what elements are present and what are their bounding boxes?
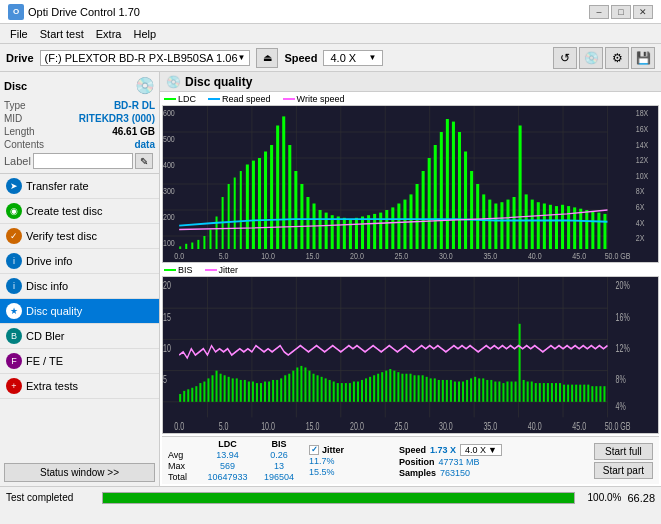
close-button[interactable]: ✕ bbox=[633, 5, 653, 19]
nav-transfer-rate[interactable]: ➤ Transfer rate bbox=[0, 174, 159, 199]
svg-rect-94 bbox=[494, 204, 497, 250]
svg-rect-211 bbox=[434, 378, 436, 401]
svg-rect-79 bbox=[403, 200, 406, 249]
nav-create-test-disc[interactable]: ◉ Create test disc bbox=[0, 199, 159, 224]
svg-text:500: 500 bbox=[163, 135, 175, 145]
svg-rect-110 bbox=[591, 211, 594, 249]
disc-length-row: Length 46.61 GB bbox=[4, 125, 155, 138]
nav-cd-bler-label: CD Bler bbox=[26, 330, 65, 342]
nav-drive-info[interactable]: i Drive info bbox=[0, 249, 159, 274]
svg-rect-181 bbox=[313, 374, 315, 402]
disc-label-input[interactable] bbox=[33, 153, 133, 169]
position-label: Position bbox=[399, 457, 435, 467]
nav-cd-bler[interactable]: B CD Bler bbox=[0, 324, 159, 349]
nav-disc-info[interactable]: i Disc info bbox=[0, 274, 159, 299]
eject-button[interactable]: ⏏ bbox=[256, 48, 278, 68]
svg-rect-58 bbox=[276, 126, 279, 250]
top-legend: LDC Read speed Write speed bbox=[162, 94, 659, 105]
svg-rect-222 bbox=[478, 378, 480, 401]
svg-text:50.0 GB: 50.0 GB bbox=[605, 252, 631, 262]
svg-text:5.0: 5.0 bbox=[219, 252, 229, 262]
drive-dropdown[interactable]: (F:) PLEXTOR BD-R PX-LB950SA 1.06 ▼ bbox=[40, 50, 251, 66]
minimize-button[interactable]: – bbox=[589, 5, 609, 19]
drive-dropdown-arrow: ▼ bbox=[238, 53, 246, 62]
svg-rect-216 bbox=[454, 382, 456, 402]
svg-rect-46 bbox=[203, 236, 205, 249]
legend-readspeed: Read speed bbox=[222, 94, 271, 104]
label-edit-button[interactable]: ✎ bbox=[135, 153, 153, 169]
svg-rect-89 bbox=[464, 152, 467, 250]
disc-icon-btn[interactable]: 💿 bbox=[579, 47, 603, 69]
nav-drive-info-label: Drive info bbox=[26, 255, 72, 267]
svg-rect-245 bbox=[571, 385, 573, 402]
speed-dropdown[interactable]: 4.0 X ▼ bbox=[323, 50, 383, 66]
svg-rect-215 bbox=[450, 380, 452, 402]
refresh-icon-btn[interactable]: ↺ bbox=[553, 47, 577, 69]
nav-disc-quality[interactable]: ★ Disc quality bbox=[0, 299, 159, 324]
nav-extra-tests[interactable]: + Extra tests bbox=[0, 374, 159, 399]
nav-fe-te[interactable]: F FE / TE bbox=[0, 349, 159, 374]
svg-rect-225 bbox=[490, 380, 492, 402]
bot-chart-svg: 20 15 10 5 0.0 5.0 10.0 15.0 20.0 25.0 3… bbox=[163, 277, 658, 433]
svg-rect-60 bbox=[288, 145, 291, 249]
legend-ldc: LDC bbox=[178, 94, 196, 104]
disc-mid-label: MID bbox=[4, 113, 22, 124]
nav-extra-tests-label: Extra tests bbox=[26, 380, 78, 392]
menu-help[interactable]: Help bbox=[127, 27, 162, 41]
status-window-button[interactable]: Status window >> bbox=[4, 463, 155, 482]
config-icon-btn[interactable]: ⚙ bbox=[605, 47, 629, 69]
statusbar-right-value: 66.28 bbox=[627, 492, 655, 504]
svg-rect-71 bbox=[355, 218, 358, 249]
svg-rect-86 bbox=[446, 119, 449, 249]
svg-rect-219 bbox=[466, 380, 468, 402]
svg-rect-160 bbox=[228, 377, 230, 402]
svg-rect-65 bbox=[319, 210, 322, 249]
svg-rect-70 bbox=[349, 219, 352, 249]
svg-text:10: 10 bbox=[163, 342, 171, 354]
svg-rect-161 bbox=[232, 378, 234, 401]
disc-info-icon: i bbox=[6, 278, 22, 294]
svg-rect-93 bbox=[488, 200, 491, 249]
nav-verify-test-disc[interactable]: ✓ Verify test disc bbox=[0, 224, 159, 249]
svg-text:5: 5 bbox=[163, 374, 167, 386]
svg-text:0.0: 0.0 bbox=[174, 420, 184, 432]
menu-extra[interactable]: Extra bbox=[90, 27, 128, 41]
disc-contents-value: data bbox=[134, 139, 155, 150]
save-icon-btn[interactable]: 💾 bbox=[631, 47, 655, 69]
speed-stat-dropdown[interactable]: 4.0 X ▼ bbox=[460, 444, 502, 456]
svg-rect-76 bbox=[385, 210, 388, 249]
menu-start-test[interactable]: Start test bbox=[34, 27, 90, 41]
svg-text:200: 200 bbox=[163, 213, 175, 223]
svg-rect-83 bbox=[428, 158, 431, 249]
svg-rect-52 bbox=[240, 171, 242, 249]
svg-text:18X: 18X bbox=[636, 109, 649, 119]
maximize-button[interactable]: □ bbox=[611, 5, 631, 19]
content-header: 💿 Disc quality bbox=[160, 72, 661, 92]
disc-panel-icon[interactable]: 💿 bbox=[135, 76, 155, 95]
svg-text:4X: 4X bbox=[636, 218, 645, 228]
progress-percent: 100.0% bbox=[581, 492, 621, 503]
svg-text:2X: 2X bbox=[636, 233, 645, 243]
svg-rect-218 bbox=[462, 382, 464, 402]
svg-rect-100 bbox=[531, 200, 534, 249]
svg-rect-231 bbox=[515, 382, 517, 402]
start-full-button[interactable]: Start full bbox=[594, 443, 653, 460]
svg-rect-68 bbox=[337, 217, 340, 250]
speed-position-stats: Speed 1.73 X 4.0 X ▼ Position 47731 MB S… bbox=[399, 444, 502, 478]
jitter-checkbox[interactable]: ✓ bbox=[309, 445, 319, 455]
svg-text:400: 400 bbox=[163, 161, 175, 171]
drive-info-icon: i bbox=[6, 253, 22, 269]
svg-rect-240 bbox=[551, 383, 553, 402]
menu-file[interactable]: File bbox=[4, 27, 34, 41]
svg-text:45.0: 45.0 bbox=[572, 420, 586, 432]
progress-bar bbox=[102, 492, 575, 504]
svg-rect-180 bbox=[308, 371, 310, 402]
svg-rect-111 bbox=[597, 213, 600, 249]
svg-rect-198 bbox=[381, 372, 383, 402]
start-part-button[interactable]: Start part bbox=[594, 462, 653, 479]
svg-rect-187 bbox=[337, 383, 339, 402]
disc-quality-icon: ★ bbox=[6, 303, 22, 319]
app-icon: O bbox=[8, 4, 24, 20]
svg-rect-156 bbox=[211, 375, 213, 402]
svg-rect-67 bbox=[331, 215, 334, 249]
